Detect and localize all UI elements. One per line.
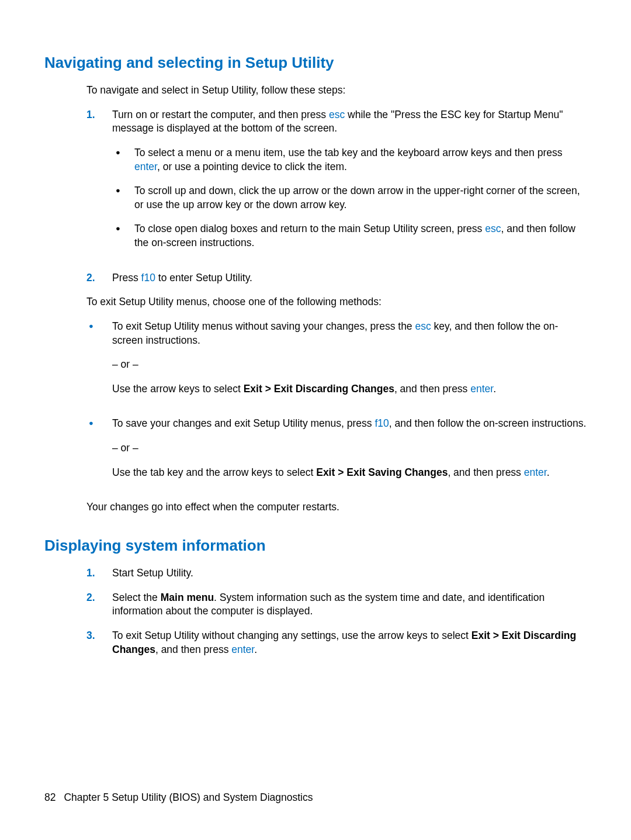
key-esc: esc	[329, 109, 345, 120]
exit-bullet-list: ● To exit Setup Utility menus without sa…	[86, 320, 587, 490]
bold-text: Main menu	[161, 592, 214, 603]
key-esc: esc	[415, 320, 431, 332]
list-item: ● To select a menu or a menu item, use t…	[112, 146, 587, 174]
bullet-icon: ●	[86, 320, 112, 407]
list-marker: 1.	[86, 108, 112, 261]
list-body: Start Setup Utility.	[112, 566, 587, 580]
list-item: 3. To exit Setup Utility without changin…	[86, 629, 587, 656]
list-body: To close open dialog boxes and return to…	[134, 222, 587, 250]
list-body: To select a menu or a menu item, use the…	[134, 146, 587, 174]
text-run: , or use a pointing device to click the …	[157, 161, 347, 172]
ordered-list-1: 1. Turn on or restart the computer, and …	[86, 108, 587, 285]
text-run: to enter Setup Utility.	[155, 272, 252, 284]
key-enter: enter	[524, 466, 547, 478]
list-body: Turn on or restart the computer, and the…	[112, 108, 587, 261]
outro-paragraph: Your changes go into effect when the com…	[86, 500, 587, 514]
text-run: .	[547, 466, 550, 478]
text-run: , and then follow the on-screen instruct…	[389, 417, 587, 429]
chapter-title: Chapter 5 Setup Utility (BIOS) and Syste…	[64, 791, 313, 803]
paragraph: Use the tab key and the arrow keys to se…	[112, 466, 587, 480]
key-enter: enter	[134, 161, 157, 172]
text-run: Select the	[112, 592, 161, 603]
page-footer: 82Chapter 5 Setup Utility (BIOS) and Sys…	[44, 791, 313, 805]
heading-displaying-system-info: Displaying system information	[44, 535, 587, 556]
text-run: .	[493, 383, 496, 395]
bullet-icon: ●	[112, 146, 134, 174]
text-run: To exit Setup Utility menus without savi…	[112, 320, 415, 332]
list-item: 1. Start Setup Utility.	[86, 566, 587, 580]
list-item: 1. Turn on or restart the computer, and …	[86, 108, 587, 261]
list-item: ● To close open dialog boxes and return …	[112, 222, 587, 250]
text-run: Turn on or restart the computer, and the…	[112, 109, 329, 120]
page-number: 82	[44, 791, 56, 805]
intro-paragraph: To navigate and select in Setup Utility,…	[86, 84, 587, 98]
bold-text: Exit > Exit Saving Changes	[316, 466, 448, 478]
paragraph: Use the arrow keys to select Exit > Exit…	[112, 382, 587, 396]
paragraph: To exit Setup Utility menus without savi…	[112, 320, 587, 347]
key-enter: enter	[470, 383, 493, 395]
list-marker: 2.	[86, 591, 112, 618]
key-esc: esc	[485, 223, 501, 234]
text-run: Use the tab key and the arrow keys to se…	[112, 466, 316, 478]
text-run: , and then press	[155, 644, 231, 655]
bullet-icon: ●	[112, 184, 134, 212]
list-item: 2. Press f10 to enter Setup Utility.	[86, 271, 587, 285]
list-item: ● To scroll up and down, click the up ar…	[112, 184, 587, 212]
bullet-icon: ●	[112, 222, 134, 250]
text-run: Press	[112, 272, 141, 284]
text-run: , and then press	[448, 466, 523, 478]
text-run: .	[254, 644, 257, 655]
list-body: To exit Setup Utility menus without savi…	[112, 320, 587, 407]
list-body: Select the Main menu. System information…	[112, 591, 587, 618]
text-run: To save your changes and exit Setup Util…	[112, 417, 375, 429]
list-body: Press f10 to enter Setup Utility.	[112, 271, 587, 285]
ordered-list-2: 1. Start Setup Utility. 2. Select the Ma…	[86, 566, 587, 656]
list-body: To exit Setup Utility without changing a…	[112, 629, 587, 656]
text-run: Use the arrow keys to select	[112, 383, 244, 395]
or-separator: – or –	[112, 358, 587, 372]
list-item: ● To save your changes and exit Setup Ut…	[86, 417, 587, 490]
list-item: ● To exit Setup Utility menus without sa…	[86, 320, 587, 407]
bullet-icon: ●	[86, 417, 112, 490]
exit-intro: To exit Setup Utility menus, choose one …	[86, 295, 587, 309]
or-separator: – or –	[112, 441, 587, 455]
page-content: Navigating and selecting in Setup Utilit…	[0, 0, 631, 656]
list-body: To scroll up and down, click the up arro…	[134, 184, 587, 212]
bold-text: Exit > Exit Discarding Changes	[244, 383, 394, 395]
text-run: , and then press	[394, 383, 470, 395]
list-body: To save your changes and exit Setup Util…	[112, 417, 587, 490]
key-enter: enter	[231, 644, 254, 655]
list-item: 2. Select the Main menu. System informat…	[86, 591, 587, 618]
text-run: To exit Setup Utility without changing a…	[112, 630, 471, 641]
sub-bullet-list: ● To select a menu or a menu item, use t…	[112, 146, 587, 250]
text-run: To select a menu or a menu item, use the…	[134, 147, 563, 158]
list-marker: 1.	[86, 566, 112, 580]
key-f10: f10	[375, 417, 389, 429]
heading-navigating: Navigating and selecting in Setup Utilit…	[44, 53, 587, 73]
text-run: To close open dialog boxes and return to…	[134, 223, 485, 234]
list-marker: 2.	[86, 271, 112, 285]
key-f10: f10	[141, 272, 155, 284]
paragraph: To save your changes and exit Setup Util…	[112, 417, 587, 431]
list-marker: 3.	[86, 629, 112, 656]
